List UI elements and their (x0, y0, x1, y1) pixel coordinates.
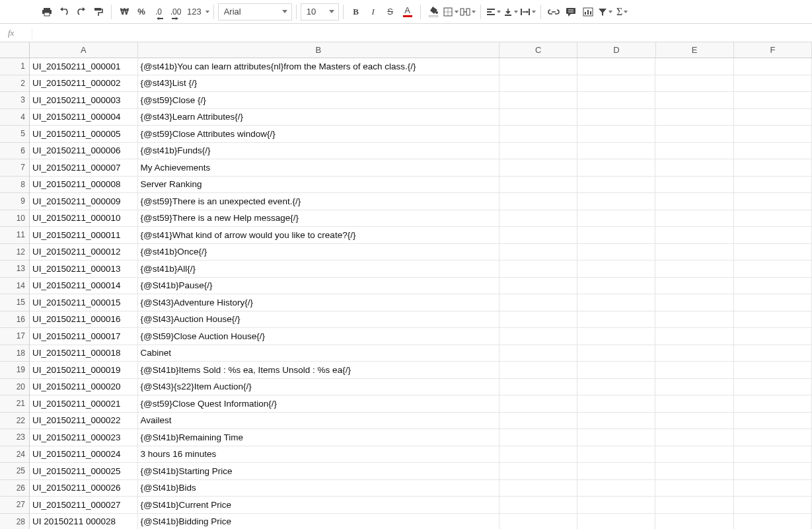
undo-button[interactable] (55, 3, 73, 20)
cell[interactable] (577, 413, 655, 429)
cell[interactable]: UI_20150211_000021 (30, 395, 138, 412)
cell[interactable] (577, 261, 655, 277)
cell[interactable] (577, 278, 655, 294)
cell[interactable]: UI_20150211_000013 (30, 261, 138, 277)
cell[interactable] (734, 446, 812, 463)
cell[interactable]: Cabinet (138, 345, 499, 362)
select-all-corner[interactable] (0, 42, 30, 58)
cell[interactable]: {@St41b}Items Sold : %s ea, Items Unsold… (138, 362, 499, 378)
row-header[interactable]: 6 (0, 143, 29, 160)
cell[interactable] (734, 294, 812, 311)
formula-input[interactable] (32, 27, 812, 39)
cell[interactable]: UI_20150211_000003 (30, 92, 138, 108)
cell[interactable]: UI_20150211_000023 (30, 429, 138, 446)
cell[interactable] (734, 210, 812, 227)
cell[interactable] (655, 379, 733, 395)
cell[interactable] (655, 514, 733, 530)
cell[interactable] (499, 109, 577, 126)
cell[interactable] (734, 311, 812, 328)
column-header[interactable]: C (499, 42, 577, 58)
cell[interactable]: Availest (138, 413, 499, 429)
cell[interactable]: {@st59}Close {/} (138, 92, 499, 108)
cell[interactable] (577, 328, 655, 345)
cell[interactable]: {@st59}Close Quest Information{/} (138, 395, 499, 412)
font-family-select[interactable]: Arial (218, 3, 292, 20)
cell[interactable]: {@St41b}Starting Price (138, 463, 499, 479)
cell[interactable]: {@st41b}All{/} (138, 261, 499, 277)
cell[interactable] (734, 159, 812, 176)
cell[interactable] (499, 480, 577, 497)
cell[interactable] (499, 294, 577, 311)
cell[interactable]: {@st59}Close Attributes window{/} (138, 126, 499, 142)
cell[interactable] (655, 294, 733, 311)
cell[interactable]: UI_20150211_000004 (30, 109, 138, 126)
cell[interactable]: My Achievements (138, 159, 499, 176)
merge-cells-button[interactable] (459, 3, 476, 20)
redo-button[interactable] (73, 3, 90, 20)
cell[interactable] (577, 446, 655, 463)
row-header[interactable]: 22 (0, 413, 29, 430)
cell[interactable] (734, 362, 812, 378)
cell[interactable] (734, 429, 812, 446)
cell[interactable]: UI_20150211_000022 (30, 413, 138, 429)
cell[interactable]: {@St43}Adventure History{/} (138, 294, 499, 311)
cell[interactable] (734, 379, 812, 395)
cell[interactable]: UI_20150211_000018 (30, 345, 138, 362)
cell[interactable] (734, 227, 812, 243)
row-header[interactable]: 11 (0, 227, 29, 244)
cell[interactable] (655, 58, 733, 75)
cell[interactable] (577, 429, 655, 446)
cell[interactable] (499, 278, 577, 294)
row-header[interactable]: 1 (0, 58, 29, 75)
cell[interactable] (577, 75, 655, 92)
cell[interactable]: UI_20150211_000005 (30, 126, 138, 142)
text-wrap-button[interactable] (519, 3, 536, 20)
cell[interactable] (734, 92, 812, 108)
row-header[interactable]: 12 (0, 244, 29, 261)
cell[interactable]: UI_20150211_000017 (30, 328, 138, 345)
cell[interactable] (499, 210, 577, 227)
row-header[interactable]: 27 (0, 497, 29, 514)
row-header[interactable]: 19 (0, 362, 29, 379)
cell[interactable] (734, 75, 812, 92)
cell[interactable] (499, 143, 577, 159)
cell[interactable]: {@st43}List {/} (138, 75, 499, 92)
v-align-button[interactable] (502, 3, 519, 20)
cell[interactable] (499, 379, 577, 395)
row-header[interactable]: 17 (0, 328, 29, 345)
cell[interactable]: UI_20150211_000012 (30, 244, 138, 261)
row-header[interactable]: 4 (0, 109, 29, 126)
font-size-select[interactable]: 10 (301, 3, 339, 20)
column-header[interactable]: F (734, 42, 812, 58)
cell[interactable] (499, 514, 577, 530)
fill-color-button[interactable] (425, 3, 442, 20)
column-header[interactable]: B (138, 42, 500, 58)
cell[interactable]: {@st41b}Once{/} (138, 244, 499, 261)
cell[interactable]: UI_20150211_000002 (30, 75, 138, 92)
cell[interactable]: {@St41b}Bids (138, 480, 499, 497)
cell[interactable]: UI_20150211_000001 (30, 58, 138, 75)
percent-button[interactable]: % (133, 3, 150, 20)
cell[interactable] (655, 75, 733, 92)
column-header[interactable]: E (656, 42, 734, 58)
cell[interactable]: UI_20150211_000014 (30, 278, 138, 294)
cell[interactable]: UI_20150211_000011 (30, 227, 138, 243)
cell[interactable] (734, 413, 812, 429)
row-header[interactable]: 13 (0, 261, 29, 278)
row-header[interactable]: 24 (0, 446, 29, 464)
cell[interactable] (577, 159, 655, 176)
cell[interactable] (734, 109, 812, 126)
cell[interactable]: {@st59}There is a new Help message{/} (138, 210, 499, 227)
cell[interactable] (734, 278, 812, 294)
cell[interactable] (655, 227, 733, 243)
cell[interactable]: UI_20150211_000019 (30, 362, 138, 378)
row-header[interactable]: 23 (0, 429, 29, 446)
cell[interactable]: UI_20150211_000006 (30, 143, 138, 159)
paint-format-button[interactable] (90, 3, 107, 20)
cell[interactable] (577, 463, 655, 479)
row-header[interactable]: 7 (0, 159, 29, 177)
cell[interactable] (499, 413, 577, 429)
cell[interactable] (734, 177, 812, 193)
cell[interactable] (655, 311, 733, 328)
cell[interactable] (734, 497, 812, 513)
